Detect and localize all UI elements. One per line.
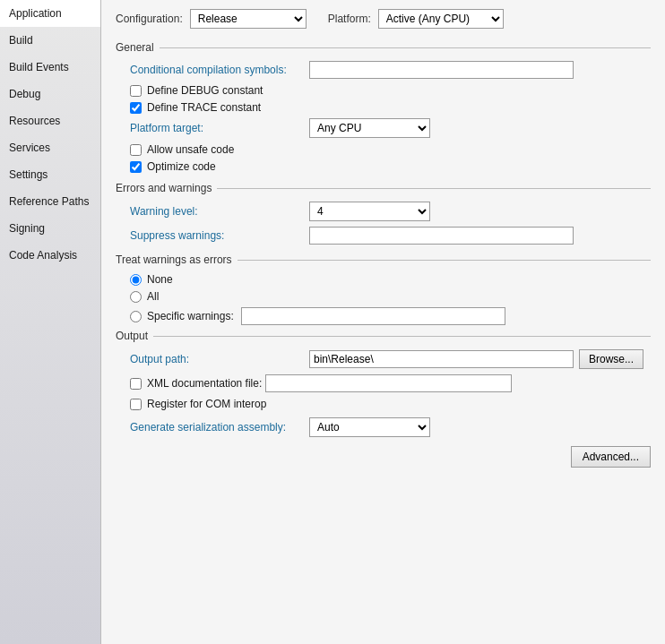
sidebar-item-resources[interactable]: Resources [0,107,100,134]
configuration-select[interactable]: Release [190,9,307,29]
sidebar-item-debug[interactable]: Debug [0,81,100,107]
sidebar-item-build[interactable]: Build [0,27,100,54]
radio-all-row: All [130,290,651,303]
advanced-row: Advanced... [116,446,651,468]
gen-serialization-select[interactable]: Auto On Off [309,417,430,437]
suppress-row: Suppress warnings: [130,227,651,245]
xml-doc-label: XML documentation file: [147,377,262,390]
define-debug-checkbox[interactable] [130,85,142,97]
gen-serialization-label: Generate serialization assembly: [130,421,309,434]
suppress-label: Suppress warnings: [130,229,309,242]
sidebar-item-signing[interactable]: Signing [0,215,100,242]
define-trace-checkbox[interactable] [130,102,142,114]
output-path-input[interactable] [309,350,574,368]
top-bar: Configuration: Release Platform: Active … [116,9,651,29]
platform-select[interactable]: Active (Any CPU) [378,9,504,29]
radio-none-row: None [130,273,651,286]
platform-target-label: Platform target: [130,122,309,134]
com-interop-row: Register for COM interop [130,398,651,410]
define-debug-label: Define DEBUG constant [147,84,263,97]
radio-none-label: None [147,273,173,286]
sidebar-item-application[interactable]: Application [0,0,100,27]
conditional-input[interactable] [309,61,574,79]
radio-specific[interactable] [130,311,142,322]
define-debug-row: Define DEBUG constant [130,84,651,97]
radio-specific-label: Specific warnings: [147,310,234,322]
radio-all[interactable] [130,291,142,303]
warning-level-row: Warning level: 4 0 1 2 3 [130,202,651,221]
radio-specific-row: Specific warnings: [130,307,651,325]
platform-target-row: Platform target: Any CPU x86 x64 ARM [130,118,651,138]
specific-warnings-input[interactable] [241,307,505,325]
warning-level-select[interactable]: 4 0 1 2 3 [309,202,430,221]
com-interop-label: Register for COM interop [147,398,266,410]
optimize-row: Optimize code [130,160,651,173]
platform-target-select[interactable]: Any CPU x86 x64 ARM [309,118,430,138]
radio-none[interactable] [130,274,142,286]
optimize-checkbox[interactable] [130,161,142,173]
unsafe-code-checkbox[interactable] [130,144,142,156]
treat-warnings-section: None All Specific warnings: [130,273,651,325]
output-path-row: Output path: Browse... [130,349,651,369]
general-section-header: General [116,41,651,54]
optimize-label: Optimize code [147,160,216,173]
main-content: Configuration: Release Platform: Active … [101,0,665,644]
define-trace-row: Define TRACE constant [130,101,651,114]
configuration-label: Configuration: [116,13,183,25]
warning-level-label: Warning level: [130,205,309,218]
output-path-label: Output path: [130,353,309,365]
output-section: Output path: Browse... XML documentation… [130,349,651,437]
xml-doc-row: XML documentation file: [130,374,651,392]
errors-section-header: Errors and warnings [116,182,651,194]
xml-doc-input[interactable] [265,374,512,392]
output-section-header: Output [116,330,651,342]
advanced-button[interactable]: Advanced... [571,446,651,468]
suppress-input[interactable] [309,227,574,245]
sidebar-item-build-events[interactable]: Build Events [0,54,100,81]
com-interop-checkbox[interactable] [130,399,142,410]
define-trace-label: Define TRACE constant [147,101,261,114]
browse-button[interactable]: Browse... [579,349,643,369]
xml-doc-checkbox[interactable] [130,378,142,390]
sidebar-item-services[interactable]: Services [0,134,100,161]
radio-all-label: All [147,290,159,303]
sidebar-item-settings[interactable]: Settings [0,161,100,188]
sidebar-item-code-analysis[interactable]: Code Analysis [0,242,100,269]
gen-serialization-row: Generate serialization assembly: Auto On… [130,417,651,437]
platform-label: Platform: [328,13,371,25]
sidebar: Application Build Build Events Debug Res… [0,0,101,644]
sidebar-item-reference-paths[interactable]: Reference Paths [0,188,100,215]
treat-warnings-header: Treat warnings as errors [116,253,651,266]
general-section: Conditional compilation symbols: Define … [130,61,651,173]
unsafe-code-row: Allow unsafe code [130,143,651,156]
conditional-row: Conditional compilation symbols: [130,61,651,79]
conditional-label: Conditional compilation symbols: [130,64,309,76]
errors-section: Warning level: 4 0 1 2 3 Suppress warnin… [130,202,651,245]
unsafe-code-label: Allow unsafe code [147,143,234,156]
